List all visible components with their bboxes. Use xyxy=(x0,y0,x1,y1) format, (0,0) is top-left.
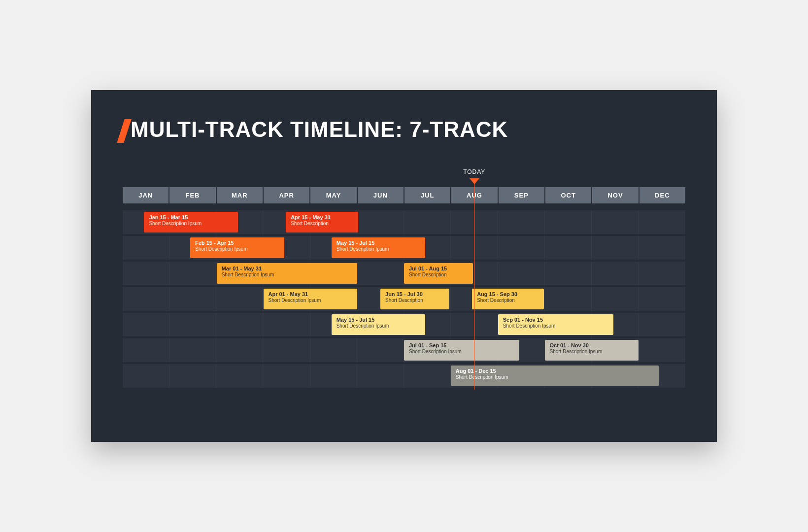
bar-description: Short Description Ipsum xyxy=(337,323,421,329)
month-cell: MAY xyxy=(310,187,356,203)
track-row: Jan 15 - Mar 15Short Description IpsumAp… xyxy=(123,210,685,234)
slide-title: MULTI-TRACK TIMELINE: 7-TRACK xyxy=(131,117,508,142)
bar-description: Short Description xyxy=(291,221,353,227)
bar-date-range: Mar 01 - May 31 xyxy=(222,266,353,272)
month-header-row: JANFEBMARAPRMAYJUNJULAUGSEPOCTNOVDEC xyxy=(123,187,685,203)
track-row: Apr 01 - May 31Short Description IpsumJu… xyxy=(123,287,685,311)
track-row: Jul 01 - Sep 15Short Description IpsumOc… xyxy=(123,338,685,362)
month-cell: OCT xyxy=(545,187,591,203)
timeline-bar[interactable]: May 15 - Jul 15Short Description Ipsum xyxy=(332,314,426,335)
timeline-bar[interactable]: Sep 01 - Nov 15Short Description Ipsum xyxy=(498,314,613,335)
bar-description: Short Description Ipsum xyxy=(503,323,608,329)
month-cell: DEC xyxy=(640,187,685,203)
month-cell: JAN xyxy=(123,187,168,203)
bar-description: Short Description Ipsum xyxy=(269,298,353,303)
bar-description: Short Description Ipsum xyxy=(195,246,279,252)
month-cell: SEP xyxy=(499,187,544,203)
timeline-bar[interactable]: Mar 01 - May 31Short Description Ipsum xyxy=(217,263,358,284)
bar-date-range: Jun 15 - Jul 30 xyxy=(385,291,444,298)
month-cell: MAR xyxy=(217,187,263,203)
bar-date-range: May 15 - Jul 15 xyxy=(337,240,421,246)
bar-date-range: Feb 15 - Apr 15 xyxy=(195,240,279,246)
track-row: Feb 15 - Apr 15Short Description IpsumMa… xyxy=(123,236,685,260)
timeline-bar[interactable]: Jan 15 - Mar 15Short Description Ipsum xyxy=(144,212,238,233)
timeline-bar[interactable]: May 15 - Jul 15Short Description Ipsum xyxy=(332,237,426,258)
timeline-bar[interactable]: Apr 15 - May 31Short Description xyxy=(286,212,358,233)
bar-description: Short Description Ipsum xyxy=(550,349,634,355)
bar-description: Short Description Ipsum xyxy=(222,272,353,278)
bar-description: Short Description xyxy=(477,298,539,303)
bar-description: Short Description Ipsum xyxy=(409,349,514,355)
timeline: TODAY JANFEBMARAPRMAYJUNJULAUGSEPOCTNOVD… xyxy=(123,187,685,388)
bar-date-range: Aug 15 - Sep 30 xyxy=(477,291,539,298)
month-cell: JUL xyxy=(404,187,450,203)
timeline-bar[interactable]: Apr 01 - May 31Short Description Ipsum xyxy=(264,289,358,309)
month-cell: APR xyxy=(264,187,309,203)
timeline-bar[interactable]: Jul 01 - Sep 15Short Description Ipsum xyxy=(404,340,519,361)
timeline-bar[interactable]: Aug 15 - Sep 30Short Description xyxy=(472,289,544,309)
bar-date-range: May 15 - Jul 15 xyxy=(337,317,421,323)
track-row: Mar 01 - May 31Short Description IpsumJu… xyxy=(123,262,685,285)
month-cell: JUN xyxy=(358,187,404,203)
today-line xyxy=(474,183,475,390)
bar-date-range: Jul 01 - Sep 15 xyxy=(409,342,514,349)
bar-date-range: Apr 15 - May 31 xyxy=(291,214,353,221)
track-row: May 15 - Jul 15Short Description IpsumSe… xyxy=(123,313,685,336)
bar-date-range: Jan 15 - Mar 15 xyxy=(149,214,233,221)
bar-description: Short Description xyxy=(385,298,444,303)
bar-date-range: Oct 01 - Nov 30 xyxy=(550,342,634,349)
bar-date-range: Jul 01 - Aug 15 xyxy=(409,266,468,272)
bar-date-range: Aug 01 - Dec 15 xyxy=(456,368,654,374)
timeline-bar[interactable]: Jun 15 - Jul 30Short Description xyxy=(380,289,449,309)
timeline-bar[interactable]: Feb 15 - Apr 15Short Description Ipsum xyxy=(190,237,284,258)
month-cell: FEB xyxy=(169,187,215,203)
tracks-container: Jan 15 - Mar 15Short Description IpsumAp… xyxy=(123,210,685,388)
bar-date-range: Apr 01 - May 31 xyxy=(269,291,353,298)
timeline-bar[interactable]: Jul 01 - Aug 15Short Description xyxy=(404,263,473,284)
today-label: TODAY xyxy=(463,168,485,175)
month-cell: NOV xyxy=(592,187,638,203)
bar-description: Short Description Ipsum xyxy=(456,374,654,380)
track-row: Aug 01 - Dec 15Short Description Ipsum xyxy=(123,364,685,388)
bar-description: Short Description xyxy=(409,272,468,278)
title-wrap: MULTI-TRACK TIMELINE: 7-TRACK xyxy=(121,117,687,143)
bar-description: Short Description Ipsum xyxy=(337,246,421,252)
timeline-bar[interactable]: Aug 01 - Dec 15Short Description Ipsum xyxy=(451,366,659,386)
bar-description: Short Description Ipsum xyxy=(149,221,233,227)
slide-canvas: MULTI-TRACK TIMELINE: 7-TRACK TODAY JANF… xyxy=(91,90,717,442)
accent-slash-icon xyxy=(117,119,132,143)
bar-date-range: Sep 01 - Nov 15 xyxy=(503,317,608,323)
timeline-bar[interactable]: Oct 01 - Nov 30Short Description Ipsum xyxy=(545,340,639,361)
